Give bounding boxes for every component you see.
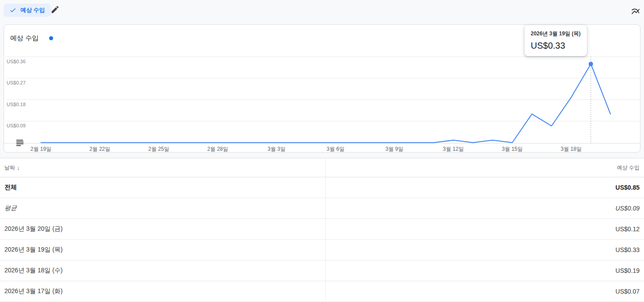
row-value: US$0.12 xyxy=(325,219,644,239)
svg-text:2월 28일: 2월 28일 xyxy=(207,146,228,152)
svg-text:3월 9일: 3월 9일 xyxy=(386,146,404,152)
table-row: 2026년 3월 20일 (금) US$0.12 xyxy=(0,219,644,240)
svg-text:2월 19일: 2월 19일 xyxy=(31,146,51,152)
svg-text:3월 12일: 3월 12일 xyxy=(443,146,464,152)
row-label: 평균 xyxy=(0,204,325,212)
row-label: 2026년 3월 17일 (화) xyxy=(0,287,325,295)
svg-text:US$0.27: US$0.27 xyxy=(7,80,26,85)
check-icon xyxy=(9,7,16,14)
svg-text:3월 6일: 3월 6일 xyxy=(327,146,345,152)
tooltip-value: US$0.33 xyxy=(531,41,581,51)
metric-chip-estimated-earnings[interactable]: 예상 수입 xyxy=(4,4,51,17)
tooltip-date: 2026년 3월 19일 (목) xyxy=(531,30,581,38)
table-row-total: 전체 US$0.85 xyxy=(0,177,644,198)
svg-text:US$0.18: US$0.18 xyxy=(7,102,26,107)
column-header-earnings[interactable]: 예상 수입 xyxy=(325,158,644,177)
earnings-column-label: 예상 수입 xyxy=(617,164,640,172)
row-label: 2026년 3월 19일 (목) xyxy=(0,246,325,254)
chart-type-toggle-button[interactable] xyxy=(630,6,641,17)
row-label: 2026년 3월 20일 (금) xyxy=(0,225,325,233)
multiline-chart-icon xyxy=(631,7,640,16)
row-value: US$0.09 xyxy=(325,198,644,218)
row-label: 2026년 3월 18일 (수) xyxy=(0,267,325,275)
row-value: US$0.07 xyxy=(325,281,644,302)
chart-title: 예상 수입 xyxy=(10,34,39,42)
row-label: 전체 xyxy=(0,183,325,191)
svg-text:US$0.09: US$0.09 xyxy=(7,123,26,128)
series-legend-dot xyxy=(49,36,53,40)
earnings-table: 날짜 ↓ 예상 수입 전체 US$0.85 평균 US$0.09 2026년 3… xyxy=(0,158,644,302)
sort-desc-icon: ↓ xyxy=(17,164,20,171)
svg-text:2월 25일: 2월 25일 xyxy=(148,146,169,152)
svg-text:3월 3일: 3월 3일 xyxy=(268,146,286,152)
table-header-row: 날짜 ↓ 예상 수입 xyxy=(0,158,644,177)
toolbar: 예상 수입 xyxy=(0,0,644,24)
earnings-chart-card: 예상 수입 US$0.09US$0.18US$0.27US$0.362월 19일… xyxy=(4,24,640,153)
metric-chip-label: 예상 수입 xyxy=(20,6,45,14)
row-value: US$0.19 xyxy=(325,260,644,281)
edit-metrics-button[interactable] xyxy=(50,4,61,15)
row-value: US$0.33 xyxy=(325,240,644,260)
chart-tooltip: 2026년 3월 19일 (목) US$0.33 xyxy=(524,25,587,56)
svg-text:3월 18일: 3월 18일 xyxy=(561,146,582,152)
svg-text:2월 22일: 2월 22일 xyxy=(89,146,110,152)
table-row: 2026년 3월 18일 (수) US$0.19 xyxy=(0,260,644,281)
date-column-label: 날짜 xyxy=(4,164,15,172)
table-row: 2026년 3월 19일 (목) US$0.33 xyxy=(0,240,644,260)
svg-text:3월 15일: 3월 15일 xyxy=(502,146,523,152)
table-row-average: 평균 US$0.09 xyxy=(0,198,644,219)
table-row: 2026년 3월 17일 (화) US$0.07 xyxy=(0,281,644,302)
column-header-date[interactable]: 날짜 ↓ xyxy=(0,164,325,172)
row-value: US$0.85 xyxy=(325,177,644,198)
svg-text:US$0.36: US$0.36 xyxy=(7,59,26,64)
pencil-icon xyxy=(50,5,60,14)
menu-icon[interactable] xyxy=(16,140,24,148)
